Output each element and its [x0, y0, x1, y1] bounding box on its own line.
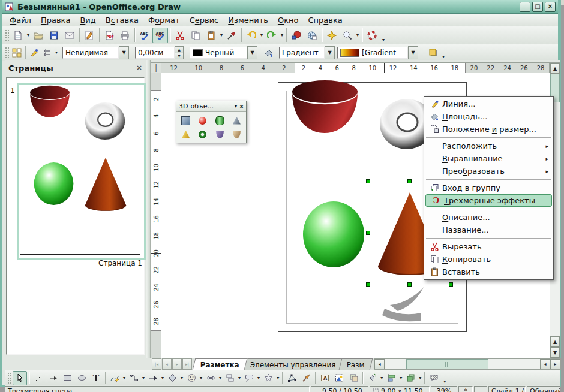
line-arrow-end-tool[interactable]: [46, 371, 60, 385]
toolbar-grip[interactable]: [5, 29, 9, 41]
menu-tools[interactable]: Сервис: [185, 15, 224, 25]
fill-type-dropdown[interactable]: ▼: [325, 46, 335, 59]
tab-dimension-lines[interactable]: Разм: [339, 358, 373, 370]
connector-dropdown[interactable]: ▾: [141, 375, 146, 381]
ellipse-tool[interactable]: [74, 371, 89, 385]
3d-cone-tool[interactable]: [229, 114, 244, 126]
pages-panel-close-icon[interactable]: ×: [136, 64, 142, 72]
redo-button[interactable]: [264, 28, 280, 43]
callouts-tool[interactable]: [242, 371, 256, 385]
block-arrows-dropdown[interactable]: ▾: [218, 375, 223, 381]
first-layer-icon[interactable]: |◂: [152, 358, 161, 370]
connector-tool[interactable]: [127, 371, 141, 385]
context-item-name[interactable]: Название...: [424, 224, 553, 236]
context-item-convert[interactable]: Преобразовать ▸: [424, 165, 553, 177]
3d-cylinder-tool[interactable]: [212, 114, 227, 126]
lines-arrows-dropdown[interactable]: ▾: [160, 375, 165, 381]
cut-button[interactable]: [172, 28, 188, 43]
hyperlink-button[interactable]: [304, 28, 320, 43]
edit-points-tool[interactable]: [284, 371, 299, 385]
select-tool[interactable]: [13, 371, 27, 385]
rectangle-tool[interactable]: [60, 371, 74, 385]
undo-button[interactable]: [244, 28, 259, 43]
zoom-dropdown[interactable]: ▾: [355, 32, 360, 38]
selection-handle-s[interactable]: [407, 282, 412, 287]
selection-handle-nw[interactable]: [366, 179, 370, 183]
lines-arrows-tool[interactable]: [146, 371, 160, 385]
email-button[interactable]: [62, 28, 77, 43]
line-color-select[interactable]: Черный: [190, 47, 247, 59]
3d-pyramid-tool[interactable]: [178, 128, 193, 140]
tab-layout[interactable]: Разметка: [193, 358, 248, 370]
selection-handle-w[interactable]: [366, 231, 370, 235]
arrow-style-button[interactable]: [41, 45, 54, 61]
bowl-3d-object[interactable]: [290, 79, 359, 134]
fill-gradient-dropdown[interactable]: ▼: [408, 46, 418, 59]
context-item-description[interactable]: Описание...: [424, 211, 553, 224]
scroll-up-icon[interactable]: ▲: [550, 63, 560, 74]
palette-close-icon[interactable]: x: [239, 102, 244, 110]
line-style-select[interactable]: Невидимая: [62, 47, 119, 59]
sphere-3d-object[interactable]: [302, 201, 365, 268]
format-paintbrush-button[interactable]: [224, 28, 239, 43]
close-button[interactable]: ×: [545, 2, 556, 12]
paste-button[interactable]: [203, 28, 219, 43]
context-item-3d-effects[interactable]: Э Трехмерные эффекты: [425, 194, 552, 207]
context-item-paste[interactable]: Вставить: [424, 266, 553, 278]
menu-insert[interactable]: Вставка: [101, 15, 143, 25]
3d-objects-palette[interactable]: 3D-объе... ▾ x: [176, 101, 247, 143]
palette-dropdown-icon[interactable]: ▾: [232, 104, 239, 109]
glue-points-tool[interactable]: [299, 371, 313, 385]
menu-modify[interactable]: Изменить: [223, 15, 273, 25]
menu-window[interactable]: Окно: [273, 15, 304, 25]
basic-shapes-dropdown[interactable]: ▾: [179, 375, 184, 381]
toolbar-overflow[interactable]: ▾: [443, 379, 446, 384]
toolbar-grip[interactable]: [5, 47, 9, 59]
panel-splitter[interactable]: [146, 60, 151, 358]
fill-type-select[interactable]: Градиент: [279, 47, 325, 59]
spin-down-icon[interactable]: ▼: [175, 53, 183, 59]
line-color-dropdown[interactable]: ▼: [247, 46, 257, 59]
last-layer-icon[interactable]: ▸|: [182, 358, 192, 370]
print-button[interactable]: [117, 28, 133, 43]
grid-button[interactable]: [10, 45, 23, 61]
3d-half-sphere-tool[interactable]: [229, 128, 244, 140]
3d-torus-tool[interactable]: [195, 128, 210, 140]
fill-gradient-select[interactable]: [Gradient: [337, 47, 408, 59]
3d-sphere-tool[interactable]: [195, 114, 210, 126]
line-style-dropdown[interactable]: ▼: [119, 46, 129, 59]
toolbar-overflow[interactable]: ▾: [382, 37, 385, 43]
arrange-tool[interactable]: [403, 371, 418, 385]
alignment-dropdown[interactable]: ▾: [398, 375, 403, 381]
horizontal-scroll-thumb[interactable]: [406, 359, 488, 369]
next-layer-icon[interactable]: ▸: [172, 358, 182, 370]
text-tool[interactable]: T: [89, 371, 103, 385]
menu-help[interactable]: Справка: [303, 15, 347, 25]
line-width-input[interactable]: 0,00см: [135, 47, 175, 59]
rotate-tool[interactable]: [365, 371, 379, 385]
flowchart-tool[interactable]: [223, 371, 237, 385]
copy-button[interactable]: [188, 28, 203, 43]
basic-shapes-tool[interactable]: [165, 371, 179, 385]
spin-up-icon[interactable]: ▲: [175, 47, 183, 53]
menu-format[interactable]: Формат: [143, 15, 185, 25]
fontwork-tool[interactable]: A: [317, 371, 332, 385]
scroll-left-icon[interactable]: ◂: [374, 359, 385, 369]
scroll-up-icon[interactable]: ▲: [550, 336, 560, 347]
titlebar[interactable]: Безымянный1 - OpenOffice.org Draw _ □ ×: [2, 0, 558, 14]
line-tool[interactable]: [31, 371, 46, 385]
gallery-button[interactable]: [289, 28, 304, 43]
context-item-cut[interactable]: Вырезать: [424, 240, 553, 253]
symbol-shapes-tool[interactable]: [184, 371, 199, 385]
selection-handle-n[interactable]: [407, 179, 412, 183]
minimize-button[interactable]: _: [520, 2, 530, 12]
curve-dropdown[interactable]: ▾: [122, 375, 127, 381]
toolbar-grip[interactable]: [7, 372, 11, 384]
gallery-tool[interactable]: [346, 371, 361, 385]
menu-edit[interactable]: Правка: [36, 15, 75, 25]
new-document-button[interactable]: [10, 28, 26, 43]
context-item-enter-group[interactable]: Вход в группу: [424, 182, 553, 194]
context-item-line[interactable]: Линия...: [424, 98, 553, 110]
redo-dropdown[interactable]: ▾: [280, 32, 284, 38]
auto-spellcheck-button[interactable]: ABC: [152, 28, 168, 43]
